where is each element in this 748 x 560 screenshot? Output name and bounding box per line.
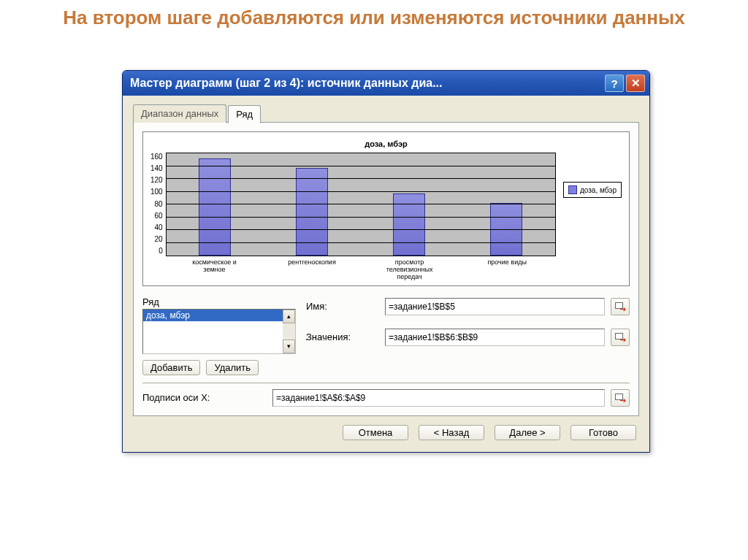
- tab-data-range[interactable]: Диапазон данных: [133, 104, 226, 123]
- chart-plot: [166, 153, 556, 256]
- y-tick: 40: [150, 223, 163, 231]
- cancel-button[interactable]: Отмена: [343, 425, 408, 440]
- chart-wizard-dialog: Мастер диаграмм (шаг 2 из 4): источник д…: [122, 70, 650, 453]
- chart-title: доза, мбэр: [150, 139, 622, 148]
- x-tick-label: просмотр телевизионных передач: [381, 259, 439, 281]
- chart-legend: доза, мбэр: [563, 182, 622, 198]
- name-label: Имя:: [306, 301, 379, 312]
- range-select-icon: [615, 302, 625, 311]
- y-tick: 120: [150, 176, 163, 184]
- scroll-up-button[interactable]: ▴: [283, 310, 295, 323]
- back-button[interactable]: < Назад: [419, 425, 484, 440]
- series-list-scrollbar: ▴ ▾: [283, 310, 295, 353]
- xlabels-range-picker[interactable]: [611, 389, 630, 407]
- titlebar-text: Мастер диаграмм (шаг 2 из 4): источник д…: [130, 77, 603, 90]
- tab-series[interactable]: Ряд: [228, 105, 261, 123]
- series-list-label: Ряд: [142, 296, 296, 307]
- close-icon: ✕: [631, 77, 641, 90]
- titlebar: Мастер диаграмм (шаг 2 из 4): источник д…: [123, 71, 649, 96]
- y-tick: 100: [150, 188, 163, 196]
- y-tick: 140: [150, 164, 163, 172]
- next-button[interactable]: Далее >: [495, 425, 560, 440]
- page-heading: На втором шаге добавляются или изменяютс…: [0, 0, 748, 31]
- legend-swatch: [568, 185, 577, 194]
- values-range-picker[interactable]: [611, 329, 630, 346]
- y-tick: 20: [150, 235, 163, 243]
- y-axis: 020406080100120140160: [150, 153, 166, 255]
- chart-preview: доза, мбэр 020406080100120140160 космиче…: [142, 131, 630, 286]
- wizard-footer: Отмена < Назад Далее > Готово: [133, 416, 639, 442]
- chart-bar: [199, 158, 231, 256]
- divider: [142, 383, 630, 383]
- tab-row: Диапазон данных Ряд: [133, 104, 639, 123]
- xlabels-input[interactable]: [272, 389, 605, 407]
- chevron-down-icon: ▾: [287, 342, 291, 350]
- x-tick-label: космическое и земное: [185, 259, 243, 281]
- legend-text: доза, мбэр: [580, 186, 617, 194]
- name-input[interactable]: [385, 298, 605, 315]
- xlabels-label: Подписи оси X:: [142, 392, 267, 403]
- dialog-body: Диапазон данных Ряд доза, мбэр 020406080…: [123, 96, 649, 452]
- y-tick: 0: [150, 247, 163, 255]
- values-input[interactable]: [385, 329, 605, 346]
- chevron-up-icon: ▴: [287, 312, 291, 320]
- x-tick-label: прочие виды: [478, 259, 536, 281]
- close-button[interactable]: ✕: [626, 74, 645, 92]
- y-tick: 80: [150, 200, 163, 208]
- y-tick: 60: [150, 212, 163, 220]
- series-listbox[interactable]: доза, мбэр ▴ ▾: [142, 309, 296, 354]
- name-range-picker[interactable]: [611, 298, 630, 315]
- add-series-button[interactable]: Добавить: [142, 360, 200, 375]
- chart-bar: [393, 193, 425, 256]
- values-label: Значения:: [306, 331, 379, 342]
- tab-content: доза, мбэр 020406080100120140160 космиче…: [133, 122, 639, 416]
- finish-button[interactable]: Готово: [570, 425, 636, 440]
- x-axis-labels: космическое и земноерентгеноскопияпросмо…: [166, 259, 556, 281]
- help-button[interactable]: ?: [605, 74, 624, 92]
- y-tick: 160: [150, 153, 163, 161]
- scroll-down-button[interactable]: ▾: [283, 340, 295, 353]
- remove-series-button[interactable]: Удалить: [206, 360, 259, 375]
- x-tick-label: рентгеноскопия: [283, 259, 341, 281]
- range-select-icon: [615, 333, 625, 342]
- range-select-icon: [615, 394, 625, 402]
- series-item-selected[interactable]: доза, мбэр: [143, 310, 283, 321]
